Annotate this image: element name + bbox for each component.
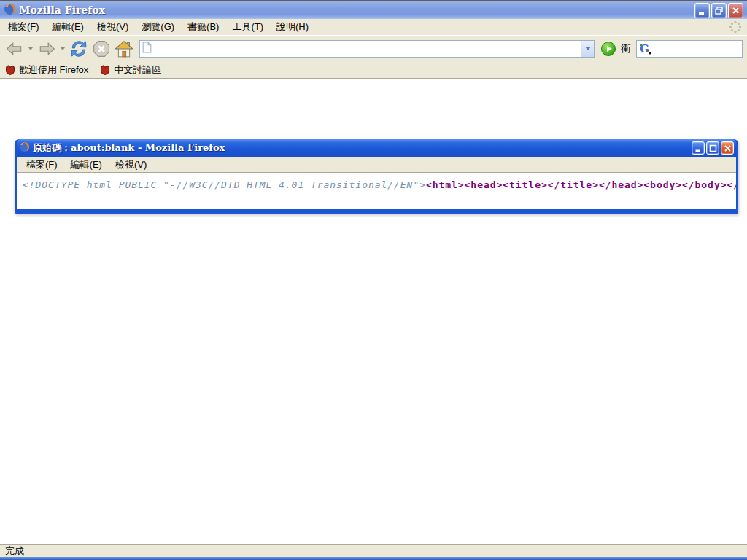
google-engine-icon[interactable]: G	[639, 42, 651, 55]
bookmarks-toolbar: 歡迎使用 Firefox 中文討論區	[0, 61, 747, 79]
source-menu-file[interactable]: 檔案(F)	[20, 157, 64, 173]
bookmark-icon	[100, 65, 110, 75]
source-window-controls	[692, 141, 734, 155]
home-icon	[115, 40, 133, 58]
bookmark-icon	[5, 65, 15, 75]
close-button[interactable]	[721, 141, 734, 155]
back-dropdown[interactable]	[27, 38, 34, 60]
back-button[interactable]	[4, 38, 25, 60]
close-button[interactable]	[728, 3, 743, 18]
main-window-controls	[694, 3, 743, 18]
url-bar[interactable]	[139, 40, 595, 58]
bookmark-label: 中文討論區	[114, 63, 161, 77]
source-doctype-text: <!DOCTYPE html PUBLIC "-//W3C//DTD HTML …	[23, 179, 426, 190]
view-source-window[interactable]: 原始碼：about:blank - Mozilla Firefox 檔案(F) …	[15, 139, 738, 214]
menu-edit[interactable]: 編輯(E)	[46, 19, 90, 35]
home-button[interactable]	[114, 38, 134, 60]
menu-file[interactable]: 檔案(F)	[1, 19, 46, 35]
source-titlebar[interactable]: 原始碼：about:blank - Mozilla Firefox	[17, 139, 736, 157]
stop-icon	[93, 40, 110, 58]
firefox-logo-icon	[4, 3, 16, 18]
main-window-title: Mozilla Firefox	[19, 4, 692, 16]
source-code-view: <!DOCTYPE html PUBLIC "-//W3C//DTD HTML …	[17, 173, 736, 209]
menu-go[interactable]: 瀏覽(G)	[135, 19, 181, 35]
menu-bookmarks[interactable]: 書籤(B)	[181, 19, 225, 35]
menu-tools[interactable]: 工具(T)	[225, 19, 270, 35]
forward-dropdown[interactable]	[59, 38, 66, 60]
chevron-down-icon	[585, 47, 591, 50]
search-input[interactable]	[652, 42, 740, 56]
go-arrow-icon	[607, 46, 612, 52]
status-bar: 完成	[0, 544, 747, 557]
stop-button[interactable]	[91, 38, 112, 60]
main-titlebar: Mozilla Firefox	[0, 0, 747, 19]
firefox-logo-icon	[19, 141, 30, 155]
main-menubar: 檔案(F) 編輯(E) 檢視(V) 瀏覽(G) 書籤(B) 工具(T) 說明(H…	[0, 19, 747, 35]
source-menubar: 檔案(F) 編輯(E) 檢視(V)	[17, 157, 736, 173]
restore-button[interactable]	[711, 3, 727, 18]
minimize-button[interactable]	[692, 141, 705, 155]
source-menu-view[interactable]: 檢視(V)	[109, 157, 153, 173]
go-button[interactable]	[601, 42, 616, 56]
source-tags-text: <html><head><title></title></head><body>…	[426, 179, 736, 190]
throbber-icon[interactable]	[728, 20, 743, 34]
maximize-button[interactable]	[706, 141, 719, 155]
bookmark-getting-started[interactable]: 歡迎使用 Firefox	[5, 63, 88, 77]
menu-view[interactable]: 檢視(V)	[90, 19, 135, 35]
firefox-main-window: Mozilla Firefox 檔案(F) 編輯(E) 檢視(V) 瀏覽(G) …	[0, 0, 747, 560]
source-menu-edit[interactable]: 編輯(E)	[64, 157, 109, 173]
engine-dropdown-icon	[648, 52, 652, 55]
url-input[interactable]	[152, 42, 581, 56]
window-bottom-edge	[0, 557, 747, 560]
search-bar[interactable]: G	[636, 40, 743, 58]
status-text: 完成	[5, 545, 24, 558]
bookmark-chinese-forum[interactable]: 中文討論區	[100, 63, 161, 77]
reload-icon	[69, 39, 88, 58]
source-window-title: 原始碼：about:blank - Mozilla Firefox	[33, 141, 689, 155]
reload-button[interactable]	[69, 38, 89, 60]
go-button-label: 衝	[621, 42, 631, 55]
browser-content-area: 原始碼：about:blank - Mozilla Firefox 檔案(F) …	[0, 79, 747, 544]
url-history-dropdown[interactable]	[581, 41, 594, 57]
minimize-button[interactable]	[694, 3, 710, 18]
menu-help[interactable]: 說明(H)	[270, 19, 315, 35]
back-icon	[6, 41, 23, 57]
navigation-toolbar: 衝 G	[0, 35, 747, 61]
page-icon	[142, 42, 152, 56]
forward-button[interactable]	[36, 38, 57, 60]
bookmark-label: 歡迎使用 Firefox	[19, 63, 88, 77]
forward-icon	[38, 41, 55, 57]
